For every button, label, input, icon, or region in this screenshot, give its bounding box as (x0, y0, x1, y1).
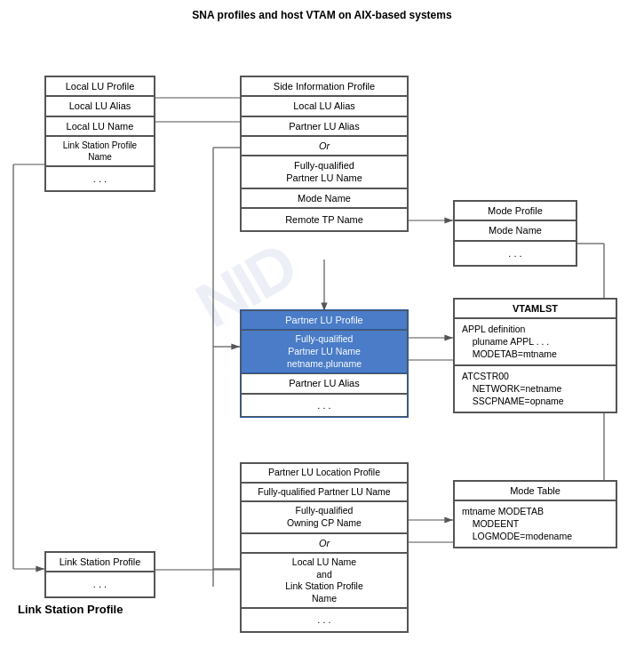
partner-lu-alias-cell: Partner LU Alias (241, 373, 408, 393)
vtamlst-label: VTAMLST (454, 299, 616, 318)
mode-table-content: mtname MODETAB MODEENT LOGMODE=modename (454, 500, 616, 548)
link-station-profile-name-cell: Link Station Profile Name (45, 136, 155, 166)
partner-lu-location-local-lu: Local LU NameandLink Station ProfileName (241, 553, 408, 609)
link-station-group: Link Station Profile . . . (44, 551, 155, 598)
mode-table-group: Mode Table mtname MODETAB MODEENT LOGMOD… (453, 480, 617, 548)
local-lu-profile-group: Local LU Profile Local LU Alias Local LU… (44, 76, 155, 192)
link-station-label: Link Station Profile (45, 552, 155, 572)
side-info-fq-partner-lu-name: Fully-qualifiedPartner LU Name (241, 156, 408, 188)
partner-lu-location-or: Or (241, 533, 408, 553)
local-lu-profile-label: Local LU Profile (45, 76, 155, 96)
local-lu-name-cell: Local LU Name (45, 116, 155, 136)
side-info-partner-lu-alias: Partner LU Alias (241, 116, 408, 136)
side-info-or1: Or (241, 136, 408, 156)
partner-lu-location-fq-name: Fully-qualified Partner LU Name (241, 483, 408, 502)
partner-lu-dots: . . . (241, 394, 408, 417)
link-station-dots: . . . (45, 572, 155, 596)
mode-profile-label: Mode Profile (454, 201, 576, 220)
station-profile-label: Link Station Profile (18, 603, 123, 616)
side-info-remote-tp-name: Remote TP Name (241, 208, 408, 231)
mode-table-label: Mode Table (454, 481, 616, 500)
partner-lu-fq-name: Fully-qualifiedPartner LU Namenetname.pl… (241, 330, 408, 373)
mode-profile-mode-name: Mode Name (454, 220, 576, 240)
mode-profile-group: Mode Profile Mode Name . . . (453, 200, 577, 267)
partner-lu-profile-group: Partner LU Profile Fully-qualifiedPartne… (240, 309, 409, 418)
vtamlst-appl-def: APPL definition pluname APPL . . . MODET… (454, 318, 616, 365)
partner-lu-location-dots: . . . (241, 608, 408, 631)
local-lu-alias-cell: Local LU Alias (45, 96, 155, 116)
partner-lu-location-label: Partner LU Location Profile (241, 463, 408, 483)
side-info-local-lu-alias: Local LU Alias (241, 96, 408, 116)
local-lu-dots-cell: . . . (45, 166, 155, 191)
partner-lu-profile-label: Partner LU Profile (241, 310, 408, 330)
side-info-mode-name: Mode Name (241, 188, 408, 208)
partner-lu-location-owning-cp: Fully-qualifiedOwning CP Name (241, 501, 408, 532)
mode-profile-dots: . . . (454, 241, 576, 266)
side-info-label: Side Information Profile (241, 76, 408, 96)
side-info-profile-group: Side Information Profile Local LU Alias … (240, 76, 409, 232)
vtamlst-atcstr: ATCSTR00 NETWORK=netname SSCPNAME=opname (454, 365, 616, 412)
vtamlst-group: VTAMLST APPL definition pluname APPL . .… (453, 298, 617, 413)
partner-lu-location-group: Partner LU Location Profile Fully-qualif… (240, 462, 409, 633)
page-title: SNA profiles and host VTAM on AIX-based … (0, 0, 644, 27)
